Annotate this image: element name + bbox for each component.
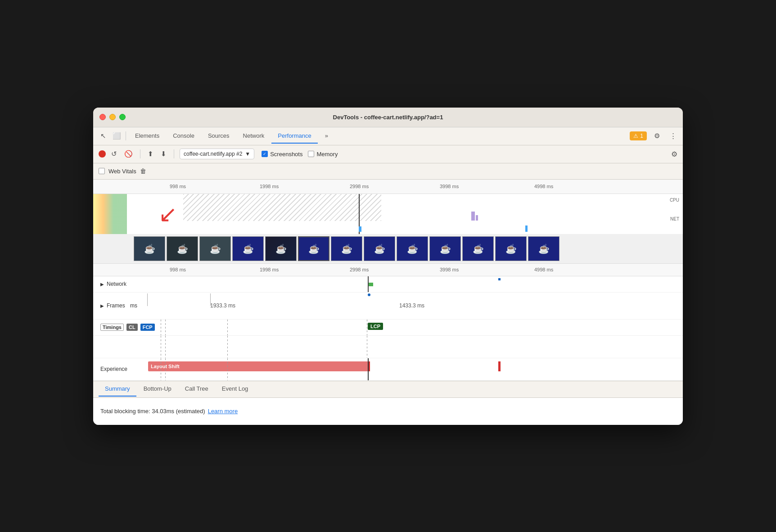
network-track-label[interactable]: ▶ Network: [93, 281, 147, 287]
network-vert-line: [368, 276, 369, 292]
frames-expand-icon[interactable]: ▶: [100, 303, 104, 308]
time-mark-3998: 3998 ms: [440, 184, 459, 189]
screenshots-label: Screenshots: [270, 151, 302, 158]
experience-track-row: Experience Layout Shift: [93, 358, 683, 381]
inspector-icon[interactable]: ⬜: [110, 130, 123, 142]
timeline-lower-header: 998 ms 1998 ms 2998 ms 3998 ms 4998 ms: [93, 264, 683, 276]
dashed-vert-fcp: [227, 320, 228, 335]
timings-track-row: Timings CL FCP LCP: [93, 320, 683, 336]
webvitals-checkbox[interactable]: [99, 168, 105, 174]
timings-label: Timings: [100, 324, 124, 331]
screenshot-4: ☕: [232, 236, 264, 261]
capture-settings-icon[interactable]: ⚙: [671, 150, 677, 158]
dashed-vert-row2-fcp: [227, 336, 228, 358]
download-icon[interactable]: ⬇: [159, 148, 168, 160]
network-sq-1: [498, 278, 501, 280]
toolbar-separator-2: [140, 149, 140, 158]
arrow-indicator: ↙: [158, 203, 177, 225]
timing-dashes-content: [147, 336, 683, 358]
tab-network[interactable]: Network: [237, 129, 271, 144]
dashed-vert-exp-fcp: [227, 358, 228, 380]
dashed-vert-lcp: [367, 320, 367, 335]
dashed-vert-2: [165, 320, 166, 335]
more-menu-icon[interactable]: ⋮: [667, 130, 679, 142]
dashed-vert-1: [161, 320, 161, 335]
tag-lcp: LCP: [368, 323, 383, 330]
trash-icon[interactable]: 🗑: [140, 167, 146, 175]
devtools-window: DevTools - coffee-cart.netlify.app/?ad=1…: [93, 108, 683, 425]
learn-more-link[interactable]: Learn more: [208, 408, 238, 415]
tab-bottom-up[interactable]: Bottom-Up: [137, 382, 178, 397]
layout-shift-bar[interactable]: Layout Shift: [148, 361, 369, 371]
screenshot-5: ☕: [265, 236, 297, 261]
screenshot-2: ☕: [167, 236, 198, 261]
tab-more[interactable]: »: [319, 129, 334, 144]
timeline-graphs: ↙ CPU NET: [93, 194, 683, 234]
network-expand-icon[interactable]: ▶: [100, 282, 104, 287]
close-button[interactable]: [99, 114, 106, 120]
window-controls: [99, 114, 126, 120]
frames-track-label[interactable]: ▶ Frames ms: [93, 302, 147, 309]
status-bar: Total blocking time: 34.03ms (estimated)…: [93, 398, 683, 425]
screenshots-checkbox[interactable]: [262, 151, 268, 157]
dashed-vert-exp-1: [161, 358, 161, 380]
time-mark-4998: 4998 ms: [534, 184, 553, 189]
dashed-vert-row2-lcp: [367, 336, 367, 358]
network-label: Network: [107, 281, 126, 287]
tab-summary[interactable]: Summary: [99, 382, 136, 397]
badge-button[interactable]: ⚠ 1: [630, 131, 647, 140]
screenshot-8: ☕: [364, 236, 395, 261]
minimize-button[interactable]: [109, 114, 116, 120]
time-mark-998: 998 ms: [170, 184, 186, 189]
tab-console[interactable]: Console: [167, 129, 201, 144]
maximize-button[interactable]: [119, 114, 126, 120]
toolbar-separator: [126, 131, 126, 140]
tag-cl: CL: [126, 324, 138, 331]
refresh-icon[interactable]: ↺: [109, 148, 119, 160]
time-mark2-1998: 1998 ms: [260, 267, 279, 272]
tab-elements[interactable]: Elements: [129, 129, 166, 144]
screenshot-13: ☕: [528, 236, 559, 261]
screenshots-checkbox-item[interactable]: Screenshots: [262, 151, 302, 158]
memory-checkbox-item[interactable]: Memory: [308, 151, 338, 158]
screenshot-1: ☕: [134, 236, 165, 261]
net-label: NET: [670, 216, 679, 221]
thumb-cup-1: ☕: [144, 243, 155, 254]
screenshot-10: ☕: [429, 236, 461, 261]
webvitals-label: Web Vitals: [108, 168, 136, 175]
layout-shift-right-bar: [498, 361, 501, 371]
tab-performance[interactable]: Performance: [271, 129, 317, 144]
tab-call-tree[interactable]: Call Tree: [179, 382, 215, 397]
tab-sources[interactable]: Sources: [202, 129, 236, 144]
upload-icon[interactable]: ⬆: [146, 148, 155, 160]
url-selector[interactable]: coffee-cart.netlify.app #2 ▼: [180, 149, 254, 159]
titlebar: DevTools - coffee-cart.netlify.app/?ad=1: [93, 108, 683, 127]
record-button[interactable]: [99, 150, 106, 158]
toolbar-separator-3: [174, 149, 174, 158]
time-mark2-3998: 3998 ms: [440, 267, 459, 272]
time-mark2-4998: 4998 ms: [534, 267, 553, 272]
screenshot-6: ☕: [298, 236, 329, 261]
main-toolbar: ↖ ⬜ Elements Console Sources Network Per…: [93, 127, 683, 145]
settings-icon[interactable]: ⚙: [650, 130, 663, 142]
scrollbar[interactable]: [677, 234, 683, 263]
exp-vert-line: [368, 358, 369, 380]
memory-label: Memory: [316, 151, 338, 158]
timings-track-content: LCP: [147, 320, 683, 335]
cpu-spike-1: [471, 212, 475, 221]
time-mark2-998: 998 ms: [170, 267, 186, 272]
screenshot-11: ☕: [462, 236, 494, 261]
status-text: Total blocking time: 34.03ms (estimated): [100, 408, 205, 415]
clear-icon[interactable]: 🚫: [122, 148, 135, 160]
screenshot-3: ☕: [199, 236, 231, 261]
bottom-tabs: Summary Bottom-Up Call Tree Event Log: [93, 381, 683, 398]
tab-event-log[interactable]: Event Log: [216, 382, 255, 397]
memory-checkbox[interactable]: [308, 151, 314, 157]
frame-blue-dot: [368, 293, 370, 296]
screenshot-7: ☕: [331, 236, 362, 261]
cursor-icon[interactable]: ↖: [97, 130, 109, 142]
time-mark-2998: 2998 ms: [350, 184, 369, 189]
screenshot-12: ☕: [495, 236, 527, 261]
time-mark2-2998: 2998 ms: [350, 267, 369, 272]
checkbox-group: Screenshots Memory: [262, 151, 338, 158]
